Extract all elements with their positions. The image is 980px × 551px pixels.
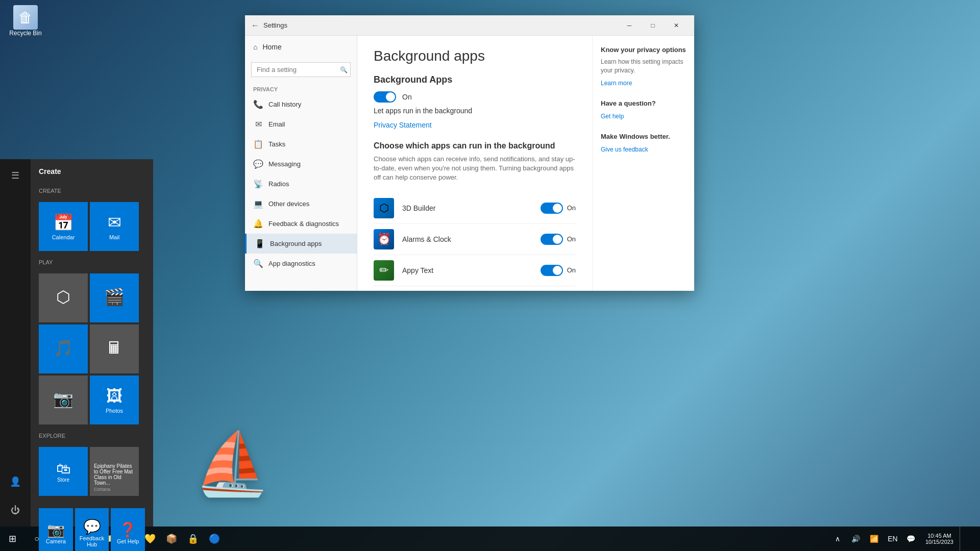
show-desktop-button[interactable] — [960, 527, 976, 551]
taskbar-date-value: 10/15/2023 — [925, 539, 953, 545]
maximize-button[interactable]: □ — [641, 17, 665, 34]
desktop: 🗑 Recycle Bin ☰ 👤 ⏻ Create Create 📅 Cale… — [0, 0, 980, 551]
settings-titlebar: ← Settings ─ □ ✕ — [245, 15, 694, 36]
recycle-bin-graphic: 🗑 — [13, 5, 38, 30]
start-button[interactable]: ⊞ — [0, 527, 24, 551]
app-row-bubble-witch: 🫧 Bubble Witch 3 Saga On — [374, 286, 576, 291]
feedback-diagnostics-icon: 🔔 — [253, 219, 263, 229]
tasks-icon: 📋 — [253, 139, 263, 149]
calc-tile-icon: 🖩 — [106, 339, 122, 358]
app-diagnostics-label: App diagnostics — [268, 260, 315, 267]
tile-movies[interactable]: 🎬 — [90, 273, 139, 322]
taskbar-app7-icon[interactable]: 🔵 — [204, 527, 225, 551]
sidebar-home[interactable]: ⌂ Home — [245, 36, 357, 58]
taskbar-time-value: 10:45 AM — [927, 533, 951, 539]
privacy-statement-link[interactable]: Privacy Statement — [374, 121, 576, 129]
settings-window: ← Settings ─ □ ✕ ⌂ Home 🔍 Privacy 📞 — [245, 15, 694, 291]
start-menu-header: Create — [31, 159, 153, 184]
sidebar-item-app-diagnostics[interactable]: 🔍 App diagnostics — [245, 254, 357, 273]
groove-tile-icon: 🎵 — [53, 338, 74, 358]
alarms-icon: ⏰ — [374, 229, 394, 249]
network-icon[interactable]: 📶 — [866, 527, 883, 551]
app-row-3d-builder: ⬡ 3D Builder On — [374, 193, 576, 224]
recycle-bin-label: Recycle Bin — [9, 30, 41, 37]
sidebar-item-call-history[interactable]: 📞 Call history — [245, 94, 357, 114]
sidebar-item-tasks[interactable]: 📋 Tasks — [245, 134, 357, 154]
calendar-tile-icon: 📅 — [53, 213, 74, 232]
settings-sidebar: ⌂ Home 🔍 Privacy 📞 Call history ✉ Email — [245, 36, 357, 291]
main-toggle[interactable] — [374, 91, 396, 103]
sidebar-item-other-devices[interactable]: 💻 Other devices — [245, 194, 357, 214]
section-title: Background Apps — [374, 74, 576, 85]
language-icon[interactable]: EN — [885, 527, 901, 551]
start-menu-left: ☰ 👤 ⏻ — [0, 159, 31, 527]
get-help-link[interactable]: Get help — [601, 113, 624, 120]
start-menu-panel: Create Create 📅 Calendar ✉ Mail Play ⬡ 🎬 — [31, 159, 153, 527]
cortana-news-text: Epiphany Pilates to Offer Free Mat Class… — [94, 463, 135, 486]
mail-tile-icon: ✉ — [108, 213, 121, 232]
learn-more-link[interactable]: Learn more — [601, 80, 632, 87]
3d-builder-name: 3D Builder — [402, 204, 541, 212]
radios-icon: 📡 — [253, 179, 263, 189]
close-button[interactable]: ✕ — [665, 17, 688, 34]
calendar-tile-label: Calendar — [52, 234, 75, 240]
tile-camera-bottom[interactable]: 📷 Camera — [39, 508, 73, 551]
volume-icon[interactable]: 🔊 — [848, 527, 864, 551]
sidebar-item-radios[interactable]: 📡 Radios — [245, 174, 357, 194]
privacy-options-section: Know your privacy options Learn how this… — [601, 46, 686, 87]
background-apps-icon: 📱 — [255, 239, 265, 248]
alarms-toggle[interactable] — [541, 234, 563, 245]
3d-builder-toggle[interactable] — [541, 203, 563, 214]
notification-icon[interactable]: 💬 — [903, 527, 919, 551]
feedback-heading: Make Windows better. — [601, 133, 686, 140]
tile-get-help[interactable]: ❓ Get Help — [111, 508, 145, 551]
sidebar-item-messaging[interactable]: 💬 Messaging — [245, 154, 357, 174]
chevron-up-icon[interactable]: ∧ — [829, 527, 846, 551]
sidebar-item-background-apps[interactable]: 📱 Background apps — [245, 234, 357, 254]
privacy-section-label: Privacy — [245, 81, 357, 94]
tile-photos[interactable]: 🖼 Photos — [90, 375, 139, 424]
search-input[interactable] — [251, 62, 351, 77]
recycle-bin-icon[interactable]: 🗑 Recycle Bin — [5, 5, 46, 37]
privacy-options-heading: Know your privacy options — [601, 46, 686, 54]
tile-groove[interactable]: 🎵 — [39, 324, 88, 373]
sidebar-item-email[interactable]: ✉ Email — [245, 114, 357, 134]
camera-bottom-label: Camera — [46, 538, 66, 544]
main-toggle-label: On — [402, 93, 412, 101]
tile-camera[interactable]: 📷 — [39, 375, 88, 424]
tile-feedback-hub[interactable]: 💬 Feedback Hub — [75, 508, 109, 551]
cortana-label: Cortana — [94, 487, 110, 492]
sidebar-item-feedback-diagnostics[interactable]: 🔔 Feedback & diagnostics — [245, 214, 357, 234]
hamburger-menu-icon[interactable]: ☰ — [3, 163, 28, 188]
app-row-alarms: ⏰ Alarms & Clock On — [374, 224, 576, 255]
privacy-options-text: Learn how this setting impacts your priv… — [601, 58, 686, 75]
taskbar-clock[interactable]: 10:45 AM 10/15/2023 — [921, 533, 958, 545]
call-history-label: Call history — [268, 101, 301, 108]
taskbar-box-icon[interactable]: 📦 — [161, 527, 182, 551]
3d-builder-icon: ⬡ — [374, 198, 394, 218]
power-icon[interactable]: ⏻ — [3, 498, 28, 522]
tile-3d[interactable]: ⬡ — [39, 273, 88, 322]
main-toggle-row: On — [374, 91, 576, 103]
alarms-name: Alarms & Clock — [402, 235, 541, 243]
appy-text-toggle[interactable] — [541, 265, 563, 276]
feedback-diagnostics-label: Feedback & diagnostics — [268, 220, 339, 228]
settings-body: ⌂ Home 🔍 Privacy 📞 Call history ✉ Email — [245, 36, 694, 291]
user-account-icon[interactable]: 👤 — [3, 469, 28, 494]
settings-main: Background apps Background Apps On Let a… — [357, 36, 592, 291]
tile-mail[interactable]: ✉ Mail — [90, 202, 139, 251]
minimize-button[interactable]: ─ — [618, 17, 641, 34]
taskbar-lock-icon[interactable]: 🔒 — [183, 527, 203, 551]
bottom-tiles: 📷 Camera 💬 Feedback Hub ❓ Get Help — [31, 504, 153, 551]
tile-store[interactable]: 🛍 Store — [39, 447, 88, 496]
appy-text-name: Appy Text — [402, 266, 541, 274]
tile-calc[interactable]: 🖩 — [90, 324, 139, 373]
give-feedback-link[interactable]: Give us feedback — [601, 146, 648, 153]
section-explore: Explore — [31, 429, 153, 443]
photos-tile-label: Photos — [106, 408, 123, 414]
movies-tile-icon: 🎬 — [104, 287, 125, 307]
play-tiles: ⬡ 🎬 🎵 🖩 📷 🖼 Photos — [31, 269, 153, 429]
tile-calendar[interactable]: 📅 Calendar — [39, 202, 88, 251]
tile-cortana[interactable]: Epiphany Pilates to Offer Free Mat Class… — [90, 447, 139, 496]
back-button[interactable]: ← — [251, 21, 259, 30]
